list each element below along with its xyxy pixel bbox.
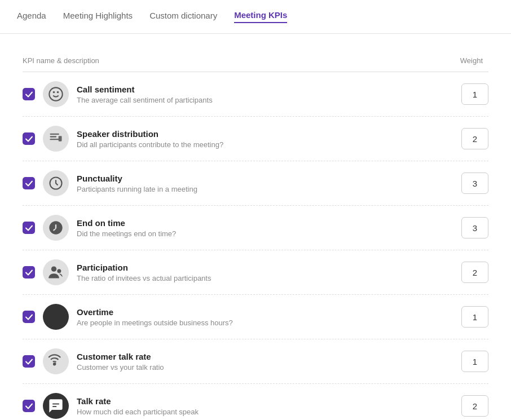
- kpi-name-5: Overtime: [77, 307, 453, 317]
- kpi-desc-7: How much did each participant speak: [77, 408, 453, 416]
- kpi-checkbox-6[interactable]: [23, 355, 35, 368]
- table-row: Talk rate How much did each participant …: [23, 384, 488, 420]
- kpi-icon-2: [43, 170, 69, 196]
- svg-point-8: [51, 267, 56, 272]
- kpi-checkbox-4[interactable]: [23, 266, 35, 278]
- top-nav: Agenda Meeting Highlights Custom diction…: [0, 0, 511, 34]
- table-row: Customer talk rate Customer vs your talk…: [23, 339, 488, 384]
- svg-rect-3: [50, 134, 59, 135]
- kpi-desc-2: Participants running late in a meeting: [77, 185, 453, 193]
- kpi-icon-6: [43, 348, 69, 374]
- col-weight-header: Weight: [460, 56, 483, 65]
- kpi-info-4: Participation The ratio of invitees vs a…: [77, 263, 453, 282]
- tab-agenda[interactable]: Agenda: [17, 11, 46, 23]
- svg-point-9: [54, 363, 56, 365]
- kpi-info-2: Punctuality Participants running late in…: [77, 174, 453, 193]
- kpi-name-4: Participation: [77, 263, 453, 272]
- kpi-checkbox-3[interactable]: [23, 222, 35, 234]
- tab-meeting-kpis[interactable]: Meeting KPIs: [234, 10, 287, 23]
- table-row: End on time Did the meetings end on time…: [23, 206, 488, 250]
- kpi-info-5: Overtime Are people in meetings outside …: [77, 307, 453, 327]
- kpi-desc-6: Customer vs your talk ratio: [77, 363, 453, 372]
- kpi-list: Call sentiment The average call sentimen…: [23, 72, 488, 420]
- table-row: Punctuality Participants running late in…: [23, 161, 488, 206]
- svg-rect-5: [50, 139, 59, 140]
- table-header: KPI name & description Weight: [23, 56, 488, 72]
- kpi-name-7: Talk rate: [77, 396, 453, 406]
- kpi-weight-5[interactable]: 1: [461, 306, 488, 328]
- kpi-checkbox-0[interactable]: [23, 88, 35, 100]
- kpi-checkbox-2[interactable]: [23, 177, 35, 189]
- kpi-icon-1: [43, 126, 69, 152]
- kpi-desc-5: Are people in meetings outside business …: [77, 319, 453, 327]
- kpi-info-0: Call sentiment The average call sentimen…: [77, 85, 453, 104]
- kpi-desc-4: The ratio of invitees vs actual particip…: [77, 274, 453, 282]
- table-row: Participation The ratio of invitees vs a…: [23, 250, 488, 295]
- kpi-info-6: Customer talk rate Customer vs your talk…: [77, 352, 453, 372]
- kpi-name-0: Call sentiment: [77, 85, 453, 94]
- kpi-desc-3: Did the meetings end on time?: [77, 229, 453, 238]
- kpi-name-3: End on time: [77, 218, 453, 228]
- svg-point-0: [49, 87, 62, 100]
- kpi-weight-2[interactable]: 3: [461, 173, 488, 194]
- kpi-weight-7[interactable]: 2: [461, 395, 488, 417]
- kpi-desc-0: The average call sentiment of participan…: [77, 96, 453, 104]
- table-row: Call sentiment The average call sentimen…: [23, 72, 488, 117]
- kpi-checkbox-1[interactable]: [23, 132, 35, 145]
- kpi-info-3: End on time Did the meetings end on time…: [77, 218, 453, 238]
- kpi-weight-0[interactable]: 1: [461, 83, 488, 105]
- tab-meeting-highlights[interactable]: Meeting Highlights: [63, 11, 133, 23]
- col-kpi-header: KPI name & description: [23, 56, 99, 65]
- kpi-checkbox-5[interactable]: [23, 311, 35, 323]
- kpi-weight-6[interactable]: 1: [461, 351, 488, 372]
- svg-rect-6: [59, 136, 62, 141]
- kpi-info-1: Speaker distribution Did all participant…: [77, 129, 453, 149]
- table-row: Overtime Are people in meetings outside …: [23, 295, 488, 339]
- kpi-icon-3: [43, 215, 69, 241]
- kpi-weight-1[interactable]: 2: [461, 128, 488, 149]
- kpi-checkbox-7[interactable]: [23, 400, 35, 412]
- kpi-desc-1: Did all participants contribute to the m…: [77, 140, 453, 149]
- kpi-info-7: Talk rate How much did each participant …: [77, 396, 453, 416]
- kpi-weight-3[interactable]: 3: [461, 217, 488, 238]
- kpi-icon-4: [43, 259, 69, 285]
- kpi-icon-0: [43, 81, 69, 107]
- svg-rect-4: [50, 136, 57, 137]
- kpi-icon-5: [43, 304, 69, 330]
- kpi-weight-4[interactable]: 2: [461, 262, 488, 283]
- kpi-name-2: Punctuality: [77, 174, 453, 183]
- kpi-name-1: Speaker distribution: [77, 129, 453, 139]
- kpi-icon-7: [43, 393, 69, 419]
- tab-custom-dictionary[interactable]: Custom dictionary: [149, 11, 217, 23]
- table-row: Speaker distribution Did all participant…: [23, 117, 488, 161]
- kpi-name-6: Customer talk rate: [77, 352, 453, 361]
- content-area: KPI name & description Weight Call senti…: [0, 34, 511, 420]
